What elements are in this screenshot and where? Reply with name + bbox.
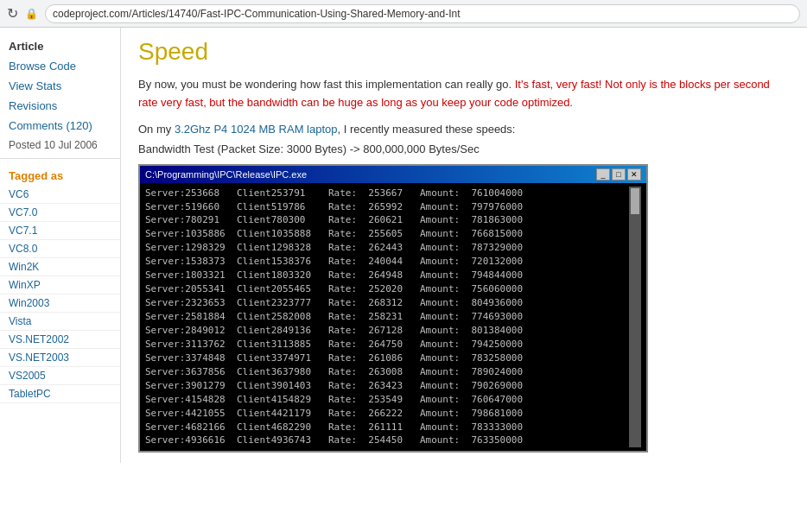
terminal-titlebar: C:\Programming\IPC\Release\IPC.exe _ □ ✕: [140, 166, 646, 183]
terminal-body: Server:253668 Client253791 Rate: 253667 …: [140, 183, 646, 451]
browser-bar: ↻ 🔒: [0, 0, 807, 28]
tag-vsnet2002[interactable]: VS.NET2002: [0, 331, 120, 349]
terminal-window: C:\Programming\IPC\Release\IPC.exe _ □ ✕…: [138, 164, 648, 453]
revisions-link[interactable]: Revisions: [0, 96, 120, 116]
laptop-link[interactable]: 3.2Ghz P4 1024 MB RAM laptop: [175, 123, 338, 136]
tag-vsnet2003[interactable]: VS.NET2003: [0, 349, 120, 367]
url-bar[interactable]: [45, 4, 800, 23]
lock-icon: 🔒: [25, 8, 38, 20]
refresh-icon[interactable]: ↻: [7, 5, 18, 22]
layout: Article Browse Code View Stats Revisions…: [0, 28, 807, 463]
article-label: Article: [0, 35, 120, 56]
tag-vc6[interactable]: VC6: [0, 186, 120, 204]
terminal-minimize-btn[interactable]: _: [596, 168, 610, 180]
measure-text: On my 3.2Ghz P4 1024 MB RAM laptop, I re…: [138, 123, 790, 136]
intro-paragraph: By now, you must be wondering how fast t…: [138, 76, 790, 112]
browse-code-link[interactable]: Browse Code: [0, 56, 120, 76]
page-title: Speed: [138, 38, 790, 66]
terminal-title: C:\Programming\IPC\Release\IPC.exe: [145, 169, 307, 180]
terminal-scrollbar[interactable]: [629, 187, 641, 447]
terminal-controls: _ □ ✕: [596, 168, 641, 180]
tag-vista[interactable]: Vista: [0, 313, 120, 331]
posted-date: Posted 10 Jul 2006: [0, 136, 120, 155]
bandwidth-text: Bandwidth Test (Packet Size: 3000 Bytes)…: [138, 142, 790, 155]
tag-win2003[interactable]: Win2003: [0, 294, 120, 313]
terminal-close-btn[interactable]: ✕: [627, 168, 641, 180]
sidebar: Article Browse Code View Stats Revisions…: [0, 28, 121, 463]
scrollbar-thumb[interactable]: [631, 188, 639, 214]
terminal-restore-btn[interactable]: □: [612, 168, 626, 180]
intro-highlight: It's fast, very fast! Not only is the bl…: [138, 78, 770, 109]
tag-tabletpc[interactable]: TabletPC: [0, 385, 120, 403]
terminal-text: Server:253668 Client253791 Rate: 253667 …: [145, 187, 626, 447]
tag-vc80[interactable]: VC8.0: [0, 240, 120, 258]
sidebar-divider: [0, 158, 120, 159]
tag-win2k[interactable]: Win2K: [0, 258, 120, 276]
tag-vc70[interactable]: VC7.0: [0, 204, 120, 222]
tagged-label: Tagged as: [0, 162, 120, 186]
main-content: Speed By now, you must be wondering how …: [121, 28, 807, 463]
tag-vc71[interactable]: VC7.1: [0, 222, 120, 240]
tag-winxp[interactable]: WinXP: [0, 276, 120, 294]
tag-vs2005[interactable]: VS2005: [0, 367, 120, 385]
comments-link[interactable]: Comments (120): [0, 116, 120, 136]
view-stats-link[interactable]: View Stats: [0, 76, 120, 96]
